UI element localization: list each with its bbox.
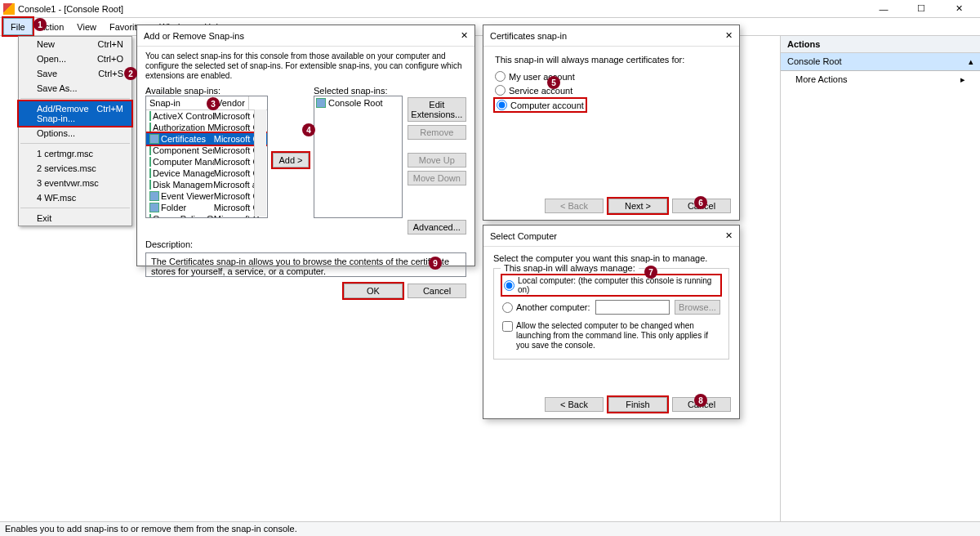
- snapin-row[interactable]: CertificatesMicrosoft Cor...: [146, 133, 267, 145]
- annotation-4: 4: [302, 123, 315, 136]
- menu-item-recent-1[interactable]: 1 certmgr.msc: [19, 146, 131, 161]
- browse-button: Browse...: [675, 300, 720, 315]
- close-icon[interactable]: ✕: [461, 30, 468, 41]
- annotation-5: 5: [547, 76, 560, 89]
- snapin-row[interactable]: ActiveX ControlMicrosoft Cor...: [146, 110, 267, 122]
- dialog-add-remove-snapins: Add or Remove Snap-ins ✕ You can select …: [136, 25, 475, 266]
- snapin-row[interactable]: Disk ManagementMicrosoft and...: [146, 179, 267, 190]
- snapin-row[interactable]: Group Policy Object ...Microsoft Cor...: [146, 213, 267, 218]
- snapin-row[interactable]: Authorization ManagerMicrosoft Cor...: [146, 122, 267, 133]
- annotation-2: 2: [124, 67, 137, 80]
- radio-computer[interactable]: Computer account: [495, 99, 586, 111]
- annotation-1: 1: [33, 18, 47, 31]
- file-menu-dropdown: NewCtrl+N Open...Ctrl+O SaveCtrl+S Save …: [18, 36, 132, 226]
- radio-local-computer[interactable]: Local computer: (the computer this conso…: [502, 275, 720, 295]
- close-icon[interactable]: ✕: [725, 230, 733, 241]
- annotation-3: 3: [207, 97, 220, 110]
- scrollbar[interactable]: [254, 109, 266, 217]
- menu-file[interactable]: File: [3, 18, 33, 35]
- add-button[interactable]: Add >: [273, 153, 309, 168]
- menu-view[interactable]: View: [70, 18, 103, 35]
- snapin-row[interactable]: Component ServicesMicrosoft Cor...: [146, 145, 267, 156]
- ok-button[interactable]: OK: [344, 284, 403, 298]
- snapin-row[interactable]: FolderMicrosoft Cor...: [146, 202, 267, 213]
- close-icon[interactable]: ✕: [725, 30, 733, 41]
- menu-item-recent-2[interactable]: 2 services.msc: [19, 161, 131, 176]
- back-button[interactable]: < Back: [545, 397, 604, 412]
- annotation-7: 7: [644, 266, 657, 279]
- group-legend: This snap-in will always manage:: [501, 263, 639, 273]
- remove-button: Remove: [408, 125, 466, 140]
- selected-root: Console Root: [328, 98, 383, 108]
- menu-item-new[interactable]: NewCtrl+N: [19, 37, 131, 51]
- chevron-right-icon: ▸: [960, 74, 965, 85]
- actions-console-root[interactable]: Console Root▴: [781, 53, 980, 71]
- available-label: Available snap-ins:: [145, 86, 268, 96]
- cancel-button[interactable]: Cancel: [408, 284, 466, 298]
- menu-item-exit[interactable]: Exit: [19, 211, 131, 226]
- menu-item-save[interactable]: SaveCtrl+S: [19, 66, 131, 81]
- menu-item-add-remove-snapin[interactable]: Add/Remove Snap-in...Ctrl+M: [19, 101, 131, 126]
- annotation-9: 9: [429, 257, 442, 270]
- finish-button[interactable]: Finish: [608, 397, 667, 412]
- dialog-title: Certificates snap-in: [490, 31, 567, 41]
- dialog-certificates-snapin: Certificates snap-in ✕ This snap-in will…: [483, 25, 740, 221]
- col-snapin[interactable]: Snap-in: [146, 96, 213, 109]
- menu-item-recent-4[interactable]: 4 WF.msc: [19, 190, 131, 205]
- radio-service[interactable]: Service account: [495, 85, 728, 96]
- dialog-select-computer: Select Computer ✕ Select the computer yo…: [483, 225, 740, 419]
- snapin-row[interactable]: Event ViewerMicrosoft Cor...: [146, 190, 267, 202]
- menu-item-open[interactable]: Open...Ctrl+O: [19, 51, 131, 66]
- menu-item-options[interactable]: Options...: [19, 126, 131, 141]
- checkbox-allow-change[interactable]: Allow the selected computer to be change…: [502, 321, 720, 351]
- selected-label: Selected snap-ins:: [314, 86, 403, 96]
- mmc-icon: [3, 3, 15, 15]
- dialog-title: Add or Remove Snap-ins: [144, 31, 244, 41]
- window-title: Console1 - [Console Root]: [18, 4, 866, 14]
- back-button: < Back: [545, 199, 604, 213]
- window-titlebar: Console1 - [Console Root] — ☐ ✕: [0, 0, 980, 18]
- cert-intro: This snap-in will always manage certific…: [495, 55, 728, 65]
- actions-pane-header: Actions: [781, 36, 980, 53]
- window-minimize[interactable]: —: [866, 1, 902, 17]
- actions-pane: Actions Console Root▴ More Actions▸: [780, 36, 980, 521]
- available-snapins-list[interactable]: Snap-inVendor ActiveX ControlMicrosoft C…: [145, 96, 268, 218]
- snapin-row[interactable]: Device ManagerMicrosoft Cor...: [146, 168, 267, 179]
- annotation-8: 8: [694, 394, 707, 407]
- annotation-6: 6: [694, 196, 707, 209]
- next-button[interactable]: Next >: [608, 199, 667, 213]
- advanced-button[interactable]: Advanced...: [408, 220, 466, 234]
- comp-intro: Select the computer you want this snap-i…: [493, 253, 729, 263]
- selected-snapins-list[interactable]: Console Root: [314, 96, 403, 218]
- another-computer-input[interactable]: [595, 300, 670, 315]
- description-box: The Certificates snap-in allows you to b…: [145, 252, 466, 277]
- move-down-button: Move Down: [408, 171, 466, 185]
- actions-more[interactable]: More Actions▸: [781, 71, 980, 88]
- edit-extensions-button[interactable]: Edit Extensions...: [408, 97, 466, 122]
- move-up-button: Move Up: [408, 153, 466, 168]
- dialog-title: Select Computer: [490, 231, 557, 241]
- folder-icon: [316, 98, 326, 108]
- description-label: Description:: [145, 239, 466, 249]
- window-maximize[interactable]: ☐: [903, 1, 939, 17]
- snapin-row[interactable]: Computer Managem...Microsoft Cor...: [146, 156, 267, 168]
- dialog-intro: You can select snap-ins for this console…: [145, 51, 466, 81]
- statusbar: Enables you to add snap-ins to or remove…: [0, 521, 980, 536]
- menu-item-recent-3[interactable]: 3 eventvwr.msc: [19, 176, 131, 190]
- collapse-icon: ▴: [969, 56, 973, 67]
- radio-another-computer[interactable]: Another computer:: [502, 302, 590, 313]
- menu-item-saveas[interactable]: Save As...: [19, 81, 131, 96]
- window-close[interactable]: ✕: [941, 1, 977, 17]
- radio-my-user[interactable]: My user account: [495, 71, 728, 82]
